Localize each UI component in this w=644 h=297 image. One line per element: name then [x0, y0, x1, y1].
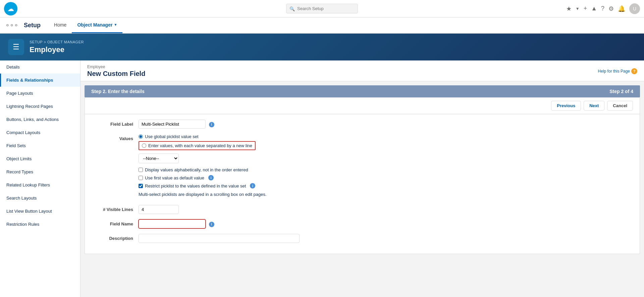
layers-icon: ☰ [13, 43, 19, 51]
field-name-input[interactable] [139, 219, 206, 228]
sidebar-item-record-types[interactable]: Record Types [0, 165, 80, 178]
field-label-control: i [139, 120, 633, 129]
values-control: Use global picklist value set Enter valu… [139, 134, 633, 200]
help-for-page-link[interactable]: Help for this Page ? [598, 68, 637, 74]
page-heading-area: Employee New Custom Field [87, 65, 145, 78]
step-banner-left: Step 2. Enter the details [91, 89, 145, 94]
restrict-info-icon[interactable]: i [250, 183, 255, 188]
help-link-text: Help for this Page [598, 69, 630, 74]
field-name-label: Field Name [92, 219, 139, 226]
help-icon[interactable]: ? [601, 5, 604, 12]
sidebar-item-restriction-rules[interactable]: Restriction Rules [0, 218, 80, 231]
sidebar-item-page-layouts[interactable]: Page Layouts [0, 87, 80, 100]
hero-header: ☰ SETUP > OBJECT MANAGER Employee [0, 34, 644, 60]
favorites-icon[interactable]: ★ [566, 5, 572, 12]
first-default-info-icon[interactable]: i [208, 175, 214, 180]
add-icon[interactable]: + [584, 5, 587, 12]
breadcrumb-setup-link[interactable]: SETUP [30, 40, 43, 44]
search-input[interactable] [286, 4, 358, 13]
picklist-options-checkboxes: Display values alphabetically, not in th… [139, 167, 633, 188]
field-label-info-icon[interactable]: i [209, 122, 214, 127]
sidebar-item-list-view-button-layout[interactable]: List View Button Layout [0, 205, 80, 218]
top-right-icons: ★ ▼ + ▲ ? ⚙ 🔔 U [566, 3, 640, 14]
checkbox-first-default-label[interactable]: Use first value as default value [145, 175, 204, 180]
checkbox-alphabetical-label[interactable]: Display values alphabetically, not in th… [145, 167, 248, 172]
step-banner-right: Step 2 of 4 [609, 89, 633, 94]
app-navigation: ∘∘∘ Setup Home Object Manager ▼ [0, 17, 644, 34]
field-name-row: Field Name i [92, 219, 633, 228]
bell-icon[interactable]: 🔔 [618, 5, 625, 12]
sidebar-item-compact-layouts[interactable]: Compact Layouts [0, 126, 80, 139]
avatar-initials: U [633, 6, 636, 11]
checkbox-restrict-item: Restrict picklist to the values defined … [139, 183, 633, 188]
page-header: Employee New Custom Field Help for this … [80, 60, 644, 81]
sidebar-item-lightning-record-pages[interactable]: Lightning Record Pages [0, 100, 80, 113]
visible-lines-label: # Visible Lines [92, 205, 139, 212]
values-row: Values Use global picklist value set Ent… [92, 134, 633, 200]
settings-icon[interactable]: ⚙ [608, 5, 614, 12]
object-label: Employee [87, 65, 145, 69]
search-icon: 🔍 [289, 6, 295, 11]
radio-global-label[interactable]: Use global picklist value set [145, 134, 199, 139]
app-launcher-icon[interactable]: ∘∘∘ [5, 21, 18, 29]
form-area: Field Label i Values Use global picklist… [85, 114, 640, 254]
field-name-info-icon[interactable]: i [209, 222, 214, 227]
chevron-down-icon: ▼ [114, 23, 117, 27]
checkbox-restrict[interactable] [139, 184, 143, 188]
visible-lines-input[interactable] [139, 205, 179, 214]
checkbox-first-default[interactable] [139, 176, 143, 180]
breadcrumb: SETUP > OBJECT MANAGER [30, 40, 84, 44]
field-label-input[interactable] [139, 120, 206, 129]
cancel-button[interactable]: Cancel [607, 101, 633, 111]
global-actions-icon[interactable]: ▲ [591, 5, 597, 12]
radio-enter-input[interactable] [142, 143, 146, 148]
main-content: Details Fields & Relationships Page Layo… [0, 60, 644, 297]
favorites-dropdown-icon[interactable]: ▼ [576, 6, 580, 11]
description-label: Description [92, 234, 139, 241]
description-row: Description [92, 234, 633, 243]
description-control [139, 234, 633, 243]
help-circle-icon: ? [631, 68, 637, 74]
checkbox-restrict-label[interactable]: Restrict picklist to the values defined … [145, 183, 246, 188]
radio-enter-label[interactable]: Enter values, with each value separated … [148, 143, 252, 148]
sidebar-item-fields-relationships[interactable]: Fields & Relationships [0, 74, 80, 87]
user-avatar[interactable]: U [629, 3, 640, 14]
sidebar-item-field-sets[interactable]: Field Sets [0, 139, 80, 152]
salesforce-logo[interactable]: ☁ [4, 2, 17, 15]
field-name-control: i [139, 219, 633, 228]
sidebar-item-buttons-links-actions[interactable]: Buttons, Links, and Actions [0, 113, 80, 126]
radio-enter-values-highlighted: Enter values, with each value separated … [139, 141, 256, 150]
checkbox-alphabetical-item: Display values alphabetically, not in th… [139, 167, 633, 172]
radio-global-input[interactable] [139, 134, 143, 139]
hero-title: Employee [30, 45, 84, 54]
sidebar-item-details[interactable]: Details [0, 60, 80, 74]
visible-lines-control [139, 205, 633, 214]
next-button[interactable]: Next [584, 101, 604, 111]
sidebar: Details Fields & Relationships Page Layo… [0, 60, 80, 297]
object-icon: ☰ [8, 39, 24, 55]
content-panel: Employee New Custom Field Help for this … [80, 60, 644, 297]
top-navigation: ☁ 🔍 ★ ▼ + ▲ ? ⚙ 🔔 U [0, 0, 644, 17]
checkbox-alphabetical[interactable] [139, 168, 143, 172]
description-input[interactable] [139, 234, 300, 243]
step-banner: Step 2. Enter the details Step 2 of 4 [85, 85, 640, 97]
field-label-row: Field Label i [92, 120, 633, 129]
radio-global-picklist: Use global picklist value set [139, 134, 633, 139]
breadcrumb-manager-link[interactable]: OBJECT MANAGER [47, 40, 84, 44]
sidebar-item-related-lookup-filters[interactable]: Related Lookup Filters [0, 178, 80, 192]
hero-text: SETUP > OBJECT MANAGER Employee [30, 40, 84, 54]
sidebar-item-search-layouts[interactable]: Search Layouts [0, 192, 80, 205]
previous-button[interactable]: Previous [551, 101, 581, 111]
sidebar-item-object-limits[interactable]: Object Limits [0, 152, 80, 165]
values-label: Values [92, 134, 139, 141]
global-value-set-select[interactable]: --None-- [139, 154, 179, 163]
nav-tab-home[interactable]: Home [49, 17, 72, 33]
field-label-label: Field Label [92, 120, 139, 127]
page-title-row: Employee New Custom Field Help for this … [87, 65, 637, 81]
action-buttons-row: Previous Next Cancel [85, 97, 640, 114]
app-name-label: Setup [24, 22, 41, 29]
cloud-icon: ☁ [7, 5, 14, 13]
multi-select-note: Multi-select picklists are displayed in … [139, 192, 633, 197]
checkbox-first-default-item: Use first value as default value i [139, 175, 633, 180]
nav-tab-object-manager[interactable]: Object Manager ▼ [72, 17, 122, 33]
